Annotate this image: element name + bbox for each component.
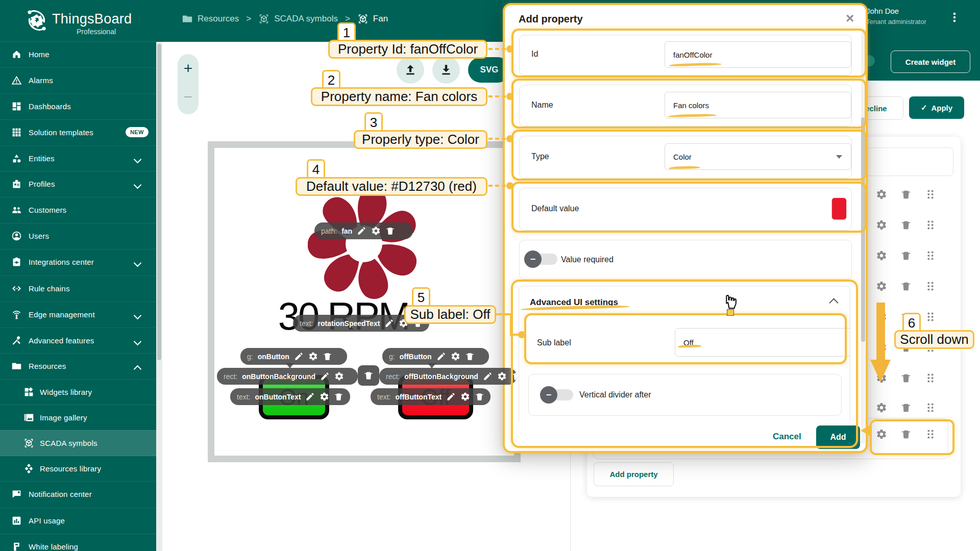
dialog-scrollbar-thumb[interactable]	[861, 117, 865, 342]
advanced-section-title[interactable]: Advanced UI settings	[530, 297, 618, 308]
breadcrumb-item-fan[interactable]: Fan	[357, 13, 388, 24]
drag-handle-icon[interactable]	[925, 281, 936, 292]
pencil-icon[interactable]	[294, 352, 304, 361]
sidebar-item-image-gallery[interactable]: Image gallery	[0, 405, 156, 431]
trash-icon[interactable]	[900, 311, 912, 322]
element-tag-onButtonText[interactable]: text:onButtonText	[230, 388, 350, 405]
pencil-icon[interactable]	[436, 352, 446, 361]
type-select[interactable]: Color	[665, 143, 851, 170]
trash-icon[interactable]	[900, 429, 912, 440]
drag-handle-icon[interactable]	[925, 311, 936, 322]
cancel-button[interactable]: Cancel	[773, 432, 801, 442]
trash-icon[interactable]	[465, 352, 475, 361]
element-tag-onButton[interactable]: g:onButton	[240, 348, 347, 365]
sidebar-item-edge-management[interactable]: Edge management	[0, 302, 156, 328]
id-input[interactable]: fanOffColor	[665, 41, 851, 68]
drag-handle-icon[interactable]	[925, 250, 936, 261]
drag-handle-icon[interactable]	[925, 372, 936, 384]
sidebar-item-alarms[interactable]: Alarms	[0, 67, 156, 93]
trash-icon[interactable]	[475, 392, 484, 402]
trash-icon[interactable]	[511, 371, 517, 381]
chevron-up-icon[interactable]	[829, 298, 838, 307]
settings-icon[interactable]	[876, 429, 887, 440]
more-menu-icon[interactable]	[948, 10, 961, 24]
sidebar-item-widgets-library[interactable]: Widgets library	[0, 379, 156, 405]
sidebar-item-dashboards[interactable]: Dashboards	[0, 93, 156, 119]
vertical-divider-toggle-knob[interactable]: −	[540, 386, 557, 404]
gear-icon[interactable]	[334, 371, 344, 381]
trash-icon[interactable]	[334, 392, 344, 402]
zoom-in-button[interactable]: +	[178, 58, 199, 79]
sidebar-item-advanced-features[interactable]: Advanced features	[0, 328, 156, 354]
element-tag-offButton[interactable]: g:offButton	[382, 348, 489, 365]
trash-icon[interactable]	[900, 250, 912, 261]
breadcrumb-item-resources[interactable]: Resources	[182, 13, 239, 24]
pencil-icon[interactable]	[305, 392, 315, 402]
sidebar-item-integrations-center[interactable]: Integrations center	[0, 249, 156, 275]
trash-icon[interactable]	[900, 372, 912, 384]
element-tag-fan[interactable]: path:fan	[314, 222, 413, 239]
gear-icon[interactable]	[460, 392, 470, 402]
settings-icon[interactable]	[876, 189, 887, 200]
delete-icon-box[interactable]	[358, 365, 379, 386]
gear-icon[interactable]	[371, 226, 381, 236]
add-button[interactable]: Add	[816, 425, 860, 449]
drag-handle-icon[interactable]	[925, 342, 936, 353]
gear-icon[interactable]	[451, 352, 460, 361]
trash-icon[interactable]	[900, 402, 912, 413]
sidebar-item-profiles[interactable]: Profiles	[0, 171, 156, 197]
sidebar-scrollbar-thumb[interactable]	[157, 44, 161, 360]
close-icon[interactable]: ×	[846, 10, 854, 27]
element-tag-offButtonText[interactable]: text:offButtonText	[371, 388, 491, 405]
sidebar-item-api-usage[interactable]: API usage	[0, 508, 156, 534]
download-button[interactable]	[432, 56, 460, 84]
trash-icon[interactable]	[323, 352, 332, 361]
element-tag-onButtonBackground[interactable]: rect:onButtonBackground	[217, 368, 358, 385]
gear-icon[interactable]	[320, 392, 329, 402]
create-widget-button[interactable]: Create widget	[891, 51, 970, 73]
gear-icon[interactable]	[399, 318, 408, 328]
breadcrumb-item-scada-symbols[interactable]: SCADA symbols	[258, 13, 338, 24]
zoom-out-button[interactable]: −	[178, 87, 199, 107]
sidebar-item-solution-templates[interactable]: Solution templatesNEW	[0, 119, 156, 145]
sidebar-item-customers[interactable]: Customers	[0, 197, 156, 223]
pencil-icon[interactable]	[357, 226, 366, 236]
sidebar-item-white-labeling[interactable]: White labeling	[0, 534, 156, 551]
settings-icon[interactable]	[876, 281, 887, 292]
settings-icon[interactable]	[876, 219, 887, 231]
drag-handle-icon[interactable]	[925, 429, 936, 440]
gear-icon[interactable]	[497, 371, 507, 381]
sidebar-item-resources-library[interactable]: Resources library	[0, 456, 156, 482]
sidebar-item-scada-symbols[interactable]: SCADA symbols	[0, 430, 156, 456]
sidebar-item-notification-center[interactable]: Notification center	[0, 481, 156, 507]
pencil-icon[interactable]	[446, 392, 456, 402]
drag-handle-icon[interactable]	[925, 189, 936, 200]
trash-icon[interactable]	[385, 226, 395, 236]
settings-icon[interactable]	[876, 402, 887, 413]
pencil-icon[interactable]	[320, 371, 330, 381]
fan-symbol[interactable]	[308, 188, 420, 300]
trash-icon[interactable]	[900, 219, 912, 231]
apply-button[interactable]: ✓ Apply	[909, 96, 964, 119]
pencil-icon[interactable]	[483, 371, 493, 381]
settings-icon[interactable]	[876, 311, 887, 322]
drag-handle-icon[interactable]	[925, 402, 936, 413]
sidebar-item-resources[interactable]: Resources	[0, 353, 156, 379]
settings-icon[interactable]	[876, 372, 887, 384]
settings-icon[interactable]	[876, 250, 887, 261]
value-required-toggle-knob[interactable]: −	[524, 251, 542, 268]
name-input[interactable]: Fan colors	[665, 92, 851, 118]
gear-icon[interactable]	[308, 352, 318, 361]
trash-icon[interactable]	[900, 342, 912, 353]
sidebar-item-home[interactable]: Home	[0, 41, 156, 67]
settings-icon[interactable]	[876, 342, 887, 353]
sub-label-input[interactable]: Off	[675, 328, 850, 357]
upload-button[interactable]	[397, 56, 424, 84]
sidebar-item-users[interactable]: Users	[0, 223, 156, 249]
trash-icon[interactable]	[900, 281, 912, 292]
add-property-button[interactable]: Add property	[594, 462, 674, 486]
color-swatch[interactable]	[832, 198, 846, 219]
trash-icon[interactable]	[413, 318, 423, 328]
trash-icon[interactable]	[900, 189, 912, 200]
sidebar-item-entities[interactable]: Entities	[0, 145, 156, 171]
